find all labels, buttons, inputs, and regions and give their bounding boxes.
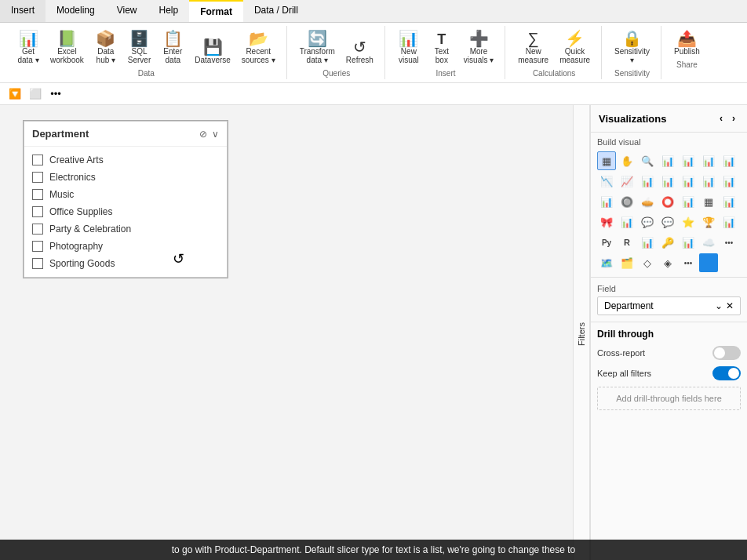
slicer-clear-icon[interactable]: ⊘	[199, 129, 207, 140]
focus-mode-btn[interactable]: ⬜	[27, 85, 44, 103]
canvas-area: Department ⊘ ∨ Creative Arts Electronics	[0, 105, 573, 560]
viz-icon-maps[interactable]: 🗺️	[597, 253, 616, 272]
viz-icon-diamond2[interactable]: ◈	[658, 253, 677, 272]
slicer-chevron-icon[interactable]: ∨	[212, 129, 219, 140]
data-hub-button[interactable]: 📦 Datahub ▾	[90, 27, 122, 67]
more-options-btn[interactable]: •••	[47, 85, 64, 103]
tab-data-drill[interactable]: Data / Drill	[243, 0, 309, 22]
viz-icon-key[interactable]: 🔑	[658, 233, 677, 252]
filter-icon-btn[interactable]: 🔽	[6, 85, 24, 103]
viz-icon-blue-square[interactable]	[699, 253, 718, 272]
publish-button[interactable]: 📤 Publish	[669, 27, 705, 59]
transform-data-button[interactable]: 🔄 Transformdata ▾	[295, 27, 340, 67]
text-box-icon: T	[437, 32, 446, 46]
viz-icon-table[interactable]: ▦	[597, 151, 616, 170]
field-chevron-icon[interactable]: ⌄	[715, 300, 723, 311]
keep-filters-toggle[interactable]	[712, 366, 741, 380]
get-data-button[interactable]: 📊 Getdata ▾	[13, 27, 44, 67]
viz-icon-decomp[interactable]: 📊	[638, 233, 657, 252]
drill-drop-area[interactable]: Add drill-through fields here	[597, 387, 741, 410]
label-electronics: Electronics	[49, 172, 96, 183]
viz-icon-map[interactable]: 📊	[720, 213, 738, 231]
viz-icon-line2[interactable]: 📈	[618, 172, 636, 191]
viz-icon-gauge[interactable]: 🔘	[618, 192, 636, 211]
more-visuals-button[interactable]: ➕ Morevisuals ▾	[459, 27, 498, 67]
excel-workbook-button[interactable]: 📗 Excelworkbook	[46, 27, 89, 67]
viz-icon-treemap[interactable]: 📊	[679, 192, 698, 211]
viz-icon-azure[interactable]: ☁️	[699, 233, 718, 252]
viz-nav-prev[interactable]: ‹	[716, 111, 727, 125]
viz-icon-area2[interactable]: 📊	[658, 172, 677, 191]
more-visuals-icon: ➕	[469, 31, 489, 46]
viz-icon-r[interactable]: R	[618, 233, 636, 252]
tab-help[interactable]: Help	[148, 0, 190, 22]
checkbox-office-supplies[interactable]	[32, 206, 43, 217]
field-value-row: Department ⌄ ✕	[597, 296, 741, 315]
main-area: Department ⊘ ∨ Creative Arts Electronics	[0, 105, 747, 560]
viz-icon-area3[interactable]: 📊	[679, 172, 698, 191]
field-clear-icon[interactable]: ✕	[726, 300, 734, 311]
tab-modeling[interactable]: Modeling	[46, 0, 106, 22]
viz-icon-python[interactable]: Py	[597, 233, 616, 252]
slicer-item-music[interactable]: Music	[31, 186, 220, 203]
slicer-item-electronics[interactable]: Electronics	[31, 169, 220, 186]
quick-measure-button[interactable]: ⚡ Quickmeasure	[555, 27, 595, 67]
slicer-item-creative-arts[interactable]: Creative Arts	[31, 151, 220, 169]
checkbox-electronics[interactable]	[32, 172, 43, 183]
tab-insert[interactable]: Insert	[0, 0, 46, 22]
checkbox-music[interactable]	[32, 189, 43, 200]
viz-icon-pie[interactable]: 🥧	[638, 192, 657, 211]
viz-icon-paginated[interactable]: 📊	[679, 233, 698, 252]
viz-icon-donut[interactable]: ⭕	[658, 192, 677, 211]
dataverse-button[interactable]: 💾 Dataverse	[190, 36, 235, 67]
enter-data-button[interactable]: 📋 Enterdata	[157, 27, 188, 67]
viz-icon-diamond1[interactable]: ◇	[638, 253, 657, 272]
tab-format[interactable]: Format	[189, 0, 243, 22]
slicer-item-sporting-goods[interactable]: Sporting Goods	[31, 255, 220, 272]
new-measure-button[interactable]: ∑ Newmeasure	[513, 27, 553, 67]
filters-panel-label[interactable]: Filters	[573, 105, 590, 560]
viz-icon-funnel[interactable]: 📊	[597, 192, 616, 211]
viz-icon-bar3[interactable]: 📊	[699, 151, 718, 170]
viz-icon-area1[interactable]: 📊	[638, 172, 657, 191]
tab-view[interactable]: View	[106, 0, 148, 22]
viz-icon-more[interactable]: •••	[720, 233, 738, 252]
text-box-button[interactable]: T Textbox	[426, 29, 457, 67]
viz-icon-qna[interactable]: 💬	[658, 213, 677, 231]
slicer-item-party-celebration[interactable]: Party & Celebration	[31, 220, 220, 238]
sql-server-button[interactable]: 🗄️ SQLServer	[123, 27, 155, 67]
slicer-item-photography[interactable]: Photography	[31, 238, 220, 255]
keep-filters-label: Keep all filters	[597, 369, 651, 378]
viz-icon-matrix[interactable]: ▦	[699, 192, 718, 211]
viz-icon-bar1[interactable]: 📊	[658, 151, 677, 170]
viz-icon-scatter[interactable]: 📊	[699, 172, 718, 191]
checkbox-party-celebration[interactable]	[32, 224, 43, 235]
sensitivity-button[interactable]: 🔒 Sensitivity▾	[610, 27, 654, 67]
calc-group-items: ∑ Newmeasure ⚡ Quickmeasure	[513, 27, 595, 67]
viz-icon-bar2[interactable]: 📊	[679, 151, 698, 170]
viz-icon-textbox[interactable]: 💬	[638, 213, 657, 231]
checkbox-photography[interactable]	[32, 241, 43, 252]
viz-icon-ribbon[interactable]: 🎀	[597, 213, 616, 231]
recent-sources-button[interactable]: 📂 Recentsources ▾	[237, 27, 280, 67]
refresh-button[interactable]: ↺ Refresh	[341, 36, 378, 67]
viz-icon-card[interactable]: 📊	[720, 192, 738, 211]
viz-icon-ellipsis[interactable]: •••	[679, 253, 698, 272]
viz-icon-search[interactable]: 🔍	[638, 151, 657, 170]
cross-report-toggle[interactable]	[712, 346, 741, 360]
checkbox-sporting-goods[interactable]	[32, 258, 43, 269]
viz-icon-kpi[interactable]: 🏆	[699, 213, 718, 231]
slicer-item-office-supplies[interactable]: Office Supplies	[31, 203, 220, 220]
viz-icon-slicer[interactable]: 📊	[618, 213, 636, 231]
viz-icon-star[interactable]: ⭐	[679, 213, 698, 231]
viz-nav-next[interactable]: ›	[728, 111, 739, 125]
new-visual-button[interactable]: 📊 Newvisual	[393, 27, 425, 67]
checkbox-creative-arts[interactable]	[32, 155, 43, 165]
viz-icon-gesture[interactable]: ✋	[618, 151, 636, 170]
viz-icon-shape[interactable]: 🗂️	[618, 253, 636, 272]
viz-icon-waterfall[interactable]: 📊	[720, 172, 738, 191]
viz-icon-line1[interactable]: 📉	[597, 172, 616, 191]
field-section: Field Department ⌄ ✕	[591, 278, 747, 322]
keep-filters-knob	[728, 368, 739, 379]
viz-icon-bar4[interactable]: 📊	[720, 151, 738, 170]
